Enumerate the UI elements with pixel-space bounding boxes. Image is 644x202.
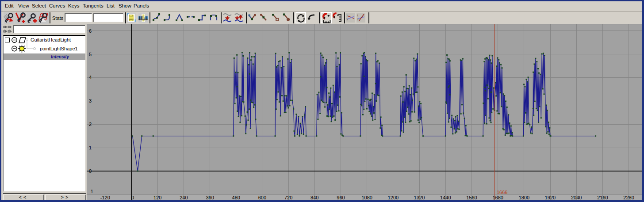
svg-text:1666: 1666 bbox=[497, 190, 507, 195]
svg-text:0: 0 bbox=[131, 195, 134, 200]
svg-text:1: 1 bbox=[89, 145, 92, 150]
svg-text:600: 600 bbox=[258, 195, 266, 200]
svg-text:1800: 1800 bbox=[519, 195, 529, 200]
svg-text:240: 240 bbox=[180, 195, 188, 200]
svg-text:480: 480 bbox=[232, 195, 240, 200]
svg-text:4: 4 bbox=[89, 75, 92, 80]
svg-text:960: 960 bbox=[337, 195, 345, 200]
svg-text:2: 2 bbox=[89, 122, 92, 127]
svg-text:2280: 2280 bbox=[623, 195, 634, 200]
svg-text:1200: 1200 bbox=[388, 195, 399, 200]
svg-text:1080: 1080 bbox=[361, 195, 372, 200]
svg-text:840: 840 bbox=[310, 195, 318, 200]
svg-text:5: 5 bbox=[89, 52, 92, 57]
svg-text:-1: -1 bbox=[89, 189, 93, 194]
svg-text:-120: -120 bbox=[100, 195, 110, 200]
svg-text:1680: 1680 bbox=[492, 195, 503, 200]
svg-text:2040: 2040 bbox=[571, 195, 582, 200]
svg-text:1920: 1920 bbox=[545, 195, 556, 200]
svg-text:6: 6 bbox=[89, 28, 92, 34]
svg-text:2160: 2160 bbox=[597, 195, 608, 200]
svg-text:1560: 1560 bbox=[466, 195, 477, 200]
svg-text:120: 120 bbox=[153, 195, 161, 200]
svg-text:1320: 1320 bbox=[414, 195, 425, 200]
svg-text:360: 360 bbox=[206, 195, 214, 200]
svg-text:1440: 1440 bbox=[440, 195, 451, 200]
svg-text:720: 720 bbox=[284, 195, 292, 200]
svg-text:3: 3 bbox=[89, 98, 92, 103]
svg-text:0: 0 bbox=[89, 168, 92, 174]
